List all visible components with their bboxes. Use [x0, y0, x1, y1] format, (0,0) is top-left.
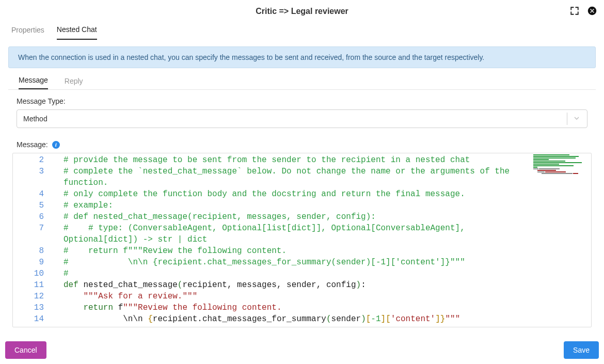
top-tabs: Properties Nested Chat: [0, 23, 604, 39]
sub-tabs: Message Reply: [8, 74, 596, 90]
form-area: Message Type: Method Message: i: [0, 90, 604, 149]
modal-header: Critic => Legal reviewer: [0, 0, 604, 23]
message-label-row: Message: i: [17, 140, 593, 149]
info-banner: When the connection is used in a nested …: [8, 46, 596, 68]
tab-properties[interactable]: Properties: [11, 23, 44, 39]
tab-nested-chat[interactable]: Nested Chat: [57, 22, 97, 40]
message-type-label: Message Type:: [17, 97, 593, 105]
select-divider: [567, 113, 567, 125]
subtab-message[interactable]: Message: [19, 76, 48, 89]
info-icon[interactable]: i: [52, 141, 60, 149]
modal-title: Critic => Legal reviewer: [256, 7, 348, 16]
code-editor[interactable]: 23 4567 891011121314 # provide the messa…: [12, 153, 592, 327]
message-label: Message:: [17, 140, 48, 149]
minimap[interactable]: [533, 154, 589, 175]
header-controls: [570, 6, 597, 15]
cancel-button[interactable]: Cancel: [5, 341, 46, 359]
message-type-value: Method: [23, 115, 562, 123]
footer: Cancel Save: [0, 336, 604, 364]
chevron-down-icon: [573, 114, 581, 124]
save-button[interactable]: Save: [564, 341, 599, 359]
subtab-reply[interactable]: Reply: [60, 77, 87, 89]
line-gutter: 23 4567 891011121314: [13, 153, 53, 327]
fullscreen-icon[interactable]: [570, 6, 579, 15]
message-type-select[interactable]: Method: [17, 109, 587, 128]
close-icon[interactable]: [587, 6, 597, 15]
code-content[interactable]: # provide the message to be sent from th…: [63, 154, 530, 325]
